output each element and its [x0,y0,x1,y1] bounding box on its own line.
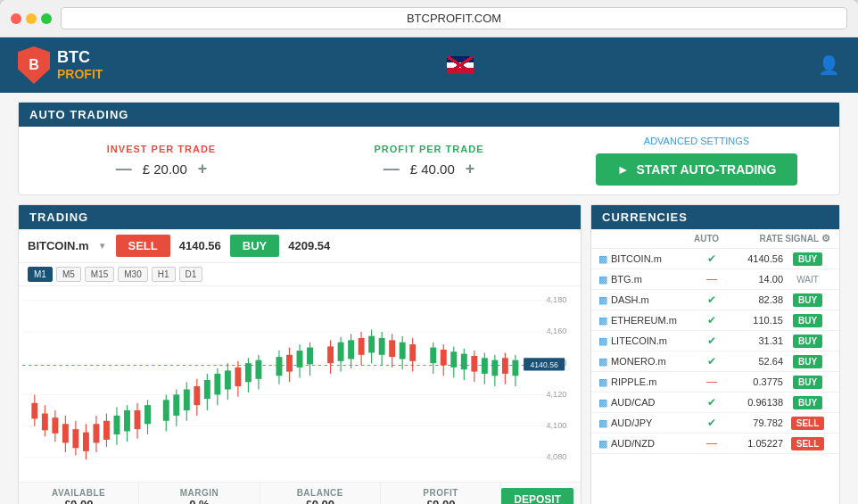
currencies-list: ▩BITCOIN.m✔4140.56BUY▩BTG.m―14.00WAIT▩DA… [591,249,839,503]
profit-plus-button[interactable]: + [466,160,475,178]
currency-row: ▩MONERO.m✔52.64BUY [591,351,839,372]
ticker-dropdown-icon[interactable]: ▼ [98,241,107,251]
svg-text:4,160: 4,160 [546,326,566,335]
currencies-col-headers: AUTO RATE SIGNAL ⚙ [591,229,839,249]
currency-name: ▩LITECOIN.m [598,335,694,347]
timeframe-m1[interactable]: M1 [28,267,53,282]
signal-cell[interactable]: BUY [783,315,832,326]
signal-cell[interactable]: BUY [783,376,832,387]
col-rate-header: RATE [730,234,783,244]
buy-signal[interactable]: BUY [793,355,822,368]
margin-stat: MARGIN 0 % [139,483,260,504]
browser-toolbar: BTCPROFIT.COM [0,0,858,37]
balance-value: £0.00 [269,498,371,504]
currencies-header: CURRENCIES [591,205,839,229]
svg-rect-46 [204,380,210,399]
sell-signal[interactable]: SELL [791,417,825,430]
profit-minus-button[interactable]: — [384,160,400,178]
signal-gear-icon[interactable]: ⚙ [821,233,830,244]
app-content: B BTC PROFIT 👤 AUTO TRADING INVEST PER T… [0,37,858,504]
buy-button[interactable]: BUY [230,235,279,257]
wait-signal: WAIT [796,275,819,285]
auto-trading-body: INVEST PER TRADE — £ 20.00 + PROFIT PER … [19,127,839,194]
url-bar[interactable]: BTCPROFIT.COM [61,7,847,29]
currency-row: ▩ETHEREUM.m✔110.15BUY [591,310,839,331]
signal-cell[interactable]: SELL [783,438,832,449]
svg-rect-64 [307,348,313,365]
svg-rect-54 [245,363,252,382]
svg-rect-82 [409,344,416,361]
invest-plus-button[interactable]: + [198,160,208,178]
signal-cell[interactable]: BUY [783,253,832,264]
chart-mini-icon: ▩ [598,376,607,388]
buy-signal[interactable]: BUY [793,376,822,389]
signal-cell[interactable]: SELL [783,417,832,428]
svg-rect-80 [400,343,406,359]
timeframe-m15[interactable]: M15 [85,267,114,282]
svg-text:4,180: 4,180 [546,295,566,304]
profit-stat: PROFIT £0.00 [381,483,501,504]
advanced-settings-area: ADVANCED SETTINGS ► START AUTO-TRADING [572,136,821,186]
svg-rect-96 [491,360,498,376]
timeframe-d1[interactable]: D1 [179,267,203,282]
rate-cell: 14.00 [730,274,783,285]
svg-rect-16 [42,414,48,431]
start-auto-trading-button[interactable]: ► START AUTO-TRADING [596,153,798,186]
main-content: TRADING BITCOIN.m ▼ SELL 4140.56 BUY 420… [18,204,840,504]
timeframe-m30[interactable]: M30 [118,267,147,282]
maximize-dot[interactable] [41,13,52,24]
svg-rect-22 [72,429,78,448]
auto-cell: ✔ [694,355,730,368]
signal-cell[interactable]: BUY [783,397,832,408]
signal-cell[interactable]: BUY [783,294,832,305]
close-dot[interactable] [11,13,21,24]
deposit-button[interactable]: DEPOSIT [501,488,573,504]
available-value: £0.00 [28,498,129,504]
svg-rect-42 [184,390,190,410]
signal-cell[interactable]: BUY [783,335,832,346]
currency-row: ▩BITCOIN.m✔4140.56BUY [591,249,839,269]
auto-trading-section: AUTO TRADING INVEST PER TRADE — £ 20.00 … [18,102,840,195]
sell-button[interactable]: SELL [116,235,170,257]
svg-rect-98 [502,358,508,374]
auto-cell: ✔ [694,314,730,326]
svg-rect-92 [471,356,477,372]
currency-name: ▩ETHEREUM.m [598,315,694,326]
trading-panel: TRADING BITCOIN.m ▼ SELL 4140.56 BUY 420… [18,204,582,504]
svg-rect-88 [450,351,457,368]
timeframe-h1[interactable]: H1 [152,267,176,282]
svg-rect-48 [214,374,220,394]
user-icon[interactable]: 👤 [818,54,840,76]
buy-signal[interactable]: BUY [793,335,822,348]
chart-mini-icon: ▩ [598,438,607,450]
signal-cell[interactable]: WAIT [783,274,832,285]
buy-signal[interactable]: BUY [793,396,822,409]
profit-stat-label: PROFIT [390,488,491,498]
svg-text:4,120: 4,120 [546,390,566,399]
advanced-settings-link[interactable]: ADVANCED SETTINGS [644,136,749,146]
signal-cell[interactable]: BUY [783,356,832,367]
auto-cell: ― [694,376,730,388]
timeframe-m5[interactable]: M5 [56,267,81,282]
invest-value-row: — £ 20.00 + [116,160,208,178]
chart-mini-icon: ▩ [598,315,607,326]
buy-signal[interactable]: BUY [793,314,822,327]
chart-area: 4,180 4,160 4,140 4,120 4,100 4,080 [19,286,581,482]
flag-icon[interactable] [447,56,474,74]
app-header: B BTC PROFIT 👤 [0,37,858,93]
auto-trading-header: AUTO TRADING [19,103,839,127]
sell-signal[interactable]: SELL [791,437,825,450]
svg-rect-66 [327,346,334,363]
minimize-dot[interactable] [26,13,37,24]
buy-label: BUY [243,239,267,252]
available-stat: AVAILABLE £0.00 [19,483,139,504]
currency-row: ▩AUD/JPY✔79.782SELL [591,413,839,434]
browser-dots [11,13,52,24]
check-icon: ✔ [707,293,716,306]
auto-cell: ✔ [694,335,730,347]
invest-minus-button[interactable]: — [116,160,132,178]
rate-cell: 4140.56 [730,253,783,264]
buy-signal[interactable]: BUY [793,252,822,266]
sell-price: 4140.56 [179,239,221,252]
buy-signal[interactable]: BUY [793,293,822,307]
